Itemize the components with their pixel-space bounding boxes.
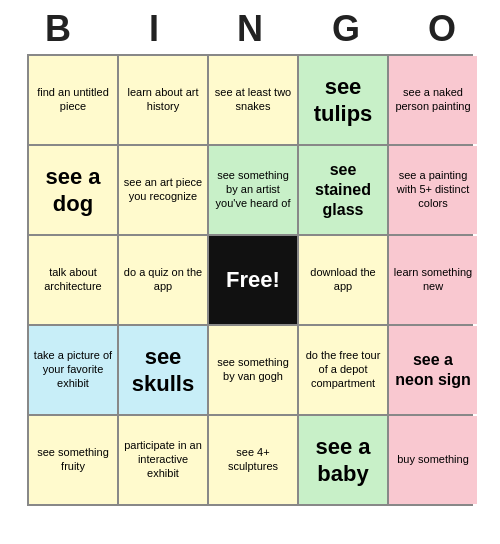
bingo-cell-15[interactable]: take a picture of your favorite exhibit: [29, 326, 117, 414]
bingo-cell-24[interactable]: buy something: [389, 416, 477, 504]
header-letter-g: G: [302, 8, 390, 50]
header-letter-b: B: [14, 8, 102, 50]
bingo-cell-20[interactable]: see something fruity: [29, 416, 117, 504]
bingo-grid: find an untitled piecelearn about art hi…: [27, 54, 473, 506]
header-letter-o: O: [398, 8, 486, 50]
bingo-cell-17[interactable]: see something by van gogh: [209, 326, 297, 414]
bingo-cell-4[interactable]: see a naked person painting: [389, 56, 477, 144]
bingo-cell-8[interactable]: see stained glass: [299, 146, 387, 234]
bingo-cell-10[interactable]: talk about architecture: [29, 236, 117, 324]
bingo-cell-23[interactable]: see a baby: [299, 416, 387, 504]
bingo-cell-5[interactable]: see a dog: [29, 146, 117, 234]
bingo-cell-1[interactable]: learn about art history: [119, 56, 207, 144]
bingo-header: BINGO: [10, 0, 490, 54]
bingo-cell-12[interactable]: Free!: [209, 236, 297, 324]
bingo-cell-22[interactable]: see 4+ sculptures: [209, 416, 297, 504]
bingo-cell-21[interactable]: participate in an interactive exhibit: [119, 416, 207, 504]
bingo-cell-7[interactable]: see something by an artist you've heard …: [209, 146, 297, 234]
bingo-cell-2[interactable]: see at least two snakes: [209, 56, 297, 144]
bingo-cell-19[interactable]: see a neon sign: [389, 326, 477, 414]
bingo-cell-16[interactable]: see skulls: [119, 326, 207, 414]
bingo-cell-3[interactable]: see tulips: [299, 56, 387, 144]
bingo-cell-18[interactable]: do the free tour of a depot compartment: [299, 326, 387, 414]
bingo-cell-11[interactable]: do a quiz on the app: [119, 236, 207, 324]
bingo-cell-13[interactable]: download the app: [299, 236, 387, 324]
bingo-cell-9[interactable]: see a painting with 5+ distinct colors: [389, 146, 477, 234]
bingo-cell-0[interactable]: find an untitled piece: [29, 56, 117, 144]
header-letter-n: N: [206, 8, 294, 50]
bingo-cell-6[interactable]: see an art piece you recognize: [119, 146, 207, 234]
bingo-cell-14[interactable]: learn something new: [389, 236, 477, 324]
header-letter-i: I: [110, 8, 198, 50]
